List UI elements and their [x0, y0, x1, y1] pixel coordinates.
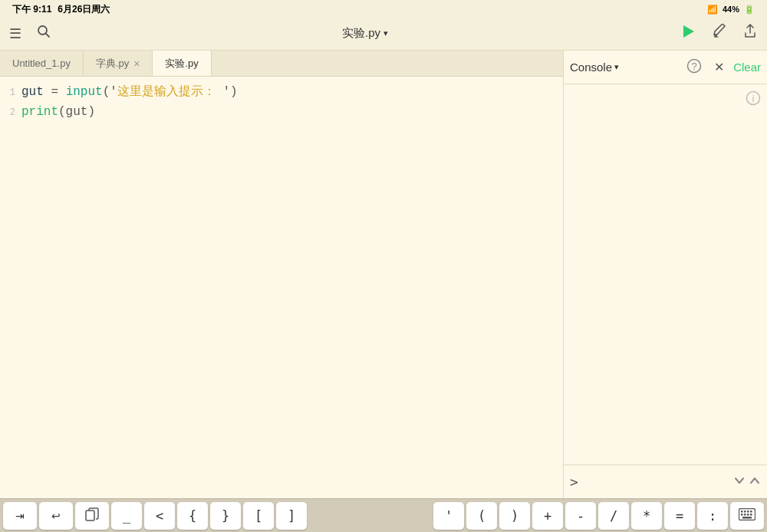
quote-button[interactable]: '	[433, 502, 464, 530]
code-token: 这里是输入提示：	[117, 83, 216, 103]
menu-button[interactable]: ☰	[6, 22, 25, 45]
code-token: ('	[103, 83, 117, 103]
console-input[interactable]	[581, 475, 733, 488]
info-icon[interactable]: i	[746, 90, 761, 110]
keyboard-toolbar: ⇥ ↩ _ < { } [ ] ' ( ) + - / * = :	[0, 498, 767, 532]
console-title-label: Console	[570, 61, 612, 74]
battery-text: 44%	[723, 5, 739, 14]
lbrace-button[interactable]: {	[177, 502, 208, 530]
svg-rect-13	[741, 514, 743, 516]
arrow-up-button[interactable]	[749, 475, 761, 489]
edit-button[interactable]	[709, 21, 730, 46]
console-help-button[interactable]: ?	[683, 55, 705, 80]
code-token-print: print	[21, 103, 58, 123]
copy-button[interactable]	[75, 502, 109, 530]
tab-icon: ⇥	[15, 510, 25, 522]
code-token-input: input	[66, 83, 103, 103]
colon-button[interactable]: :	[697, 502, 728, 530]
svg-rect-17	[742, 517, 752, 519]
filename-chevron: ▾	[384, 28, 388, 38]
tab-close-dict[interactable]: ×	[133, 58, 140, 69]
main-area: Untitled_1.py 字典.py × 实验.py 1 gut = inpu…	[0, 51, 767, 498]
console-input-row: >	[564, 465, 767, 498]
console-prompt: >	[570, 474, 578, 490]
tab-label-experiment: 实验.py	[165, 57, 198, 71]
search-button[interactable]	[34, 21, 54, 45]
clear-button[interactable]: Clear	[733, 61, 761, 74]
slash-button[interactable]: /	[598, 502, 629, 530]
minus-button[interactable]: -	[565, 502, 596, 530]
run-icon	[680, 23, 696, 44]
code-editor[interactable]: 1 gut = input (' 这里是输入提示： ') 2 print (gu…	[0, 77, 563, 498]
status-bar: 下午 9:11 6月26日周六 📶 44% 🔋	[0, 0, 767, 17]
code-line-2: 2 print (gut)	[0, 103, 557, 123]
svg-marker-2	[683, 25, 694, 38]
svg-rect-10	[744, 511, 746, 513]
svg-rect-9	[741, 511, 743, 513]
clear-label: Clear	[733, 61, 761, 74]
svg-rect-11	[747, 511, 749, 513]
code-token: gut	[21, 83, 44, 103]
tabs-bar: Untitled_1.py 字典.py × 实验.py	[0, 51, 563, 77]
tab-label-untitled: Untitled_1.py	[12, 57, 71, 69]
star-button[interactable]: *	[631, 502, 662, 530]
arrow-down-button[interactable]	[733, 475, 746, 489]
svg-rect-16	[750, 514, 752, 516]
rparen-button[interactable]: )	[499, 502, 530, 530]
tab-experiment[interactable]: 实验.py	[153, 51, 211, 76]
underscore-button[interactable]: _	[111, 502, 142, 530]
status-date: 6月26日周六	[58, 3, 110, 16]
share-button[interactable]	[739, 21, 761, 46]
line-number-2: 2	[0, 106, 21, 120]
wifi-icon: 📶	[707, 5, 718, 15]
run-button[interactable]	[676, 20, 700, 47]
svg-rect-7	[86, 511, 94, 521]
undo-icon: ↩	[51, 510, 61, 522]
code-line-1: 1 gut = input (' 这里是输入提示： ')	[0, 83, 557, 103]
plus-button[interactable]: +	[532, 502, 563, 530]
svg-text:?: ?	[692, 61, 697, 72]
filename-display[interactable]: 实验.py ▾	[342, 26, 388, 41]
lt-button[interactable]: <	[144, 502, 175, 530]
editor-toolbar: ☰ 实验.py ▾	[0, 17, 767, 51]
lparen-button[interactable]: (	[466, 502, 497, 530]
console-toolbar: Console ▾ ? ✕ Clear	[564, 51, 767, 84]
hamburger-icon: ☰	[9, 25, 21, 42]
share-icon	[742, 24, 758, 43]
keyboard-toggle-button[interactable]	[730, 502, 764, 530]
tab-untitled[interactable]: Untitled_1.py	[0, 51, 84, 76]
tab-dict[interactable]: 字典.py ×	[84, 51, 153, 76]
console-chevron: ▾	[614, 62, 619, 72]
rbracket-button[interactable]: ]	[276, 502, 307, 530]
console-title-area[interactable]: Console ▾	[570, 61, 677, 74]
equals-button[interactable]: =	[664, 502, 695, 530]
line-number-1: 1	[0, 86, 21, 100]
keyboard-icon	[739, 508, 755, 523]
filename-label: 实验.py	[342, 26, 380, 41]
copy-icon	[85, 507, 99, 524]
undo-button[interactable]: ↩	[39, 502, 73, 530]
console-body: i	[564, 84, 767, 465]
code-token: =	[44, 83, 66, 103]
svg-text:i: i	[752, 93, 755, 104]
tab-label-dict: 字典.py	[96, 57, 129, 71]
console-panel: Console ▾ ? ✕ Clear	[564, 51, 767, 498]
svg-rect-12	[750, 511, 752, 513]
svg-rect-15	[747, 514, 749, 516]
code-token: (gut)	[58, 103, 95, 123]
search-icon	[37, 25, 51, 42]
svg-line-1	[46, 34, 49, 37]
edit-icon	[712, 24, 727, 43]
rbrace-button[interactable]: }	[210, 502, 241, 530]
close-icon: ✕	[714, 60, 724, 74]
code-token: ')	[216, 83, 238, 103]
lbracket-button[interactable]: [	[243, 502, 274, 530]
battery-icon: 🔋	[744, 5, 755, 15]
help-icon: ?	[686, 58, 702, 77]
status-time: 下午 9:11	[12, 3, 51, 16]
editor-panel: Untitled_1.py 字典.py × 实验.py 1 gut = inpu…	[0, 51, 564, 498]
console-close-button[interactable]: ✕	[711, 57, 727, 77]
svg-rect-14	[744, 514, 746, 516]
console-arrows	[733, 475, 761, 489]
tab-key-button[interactable]: ⇥	[3, 502, 37, 530]
